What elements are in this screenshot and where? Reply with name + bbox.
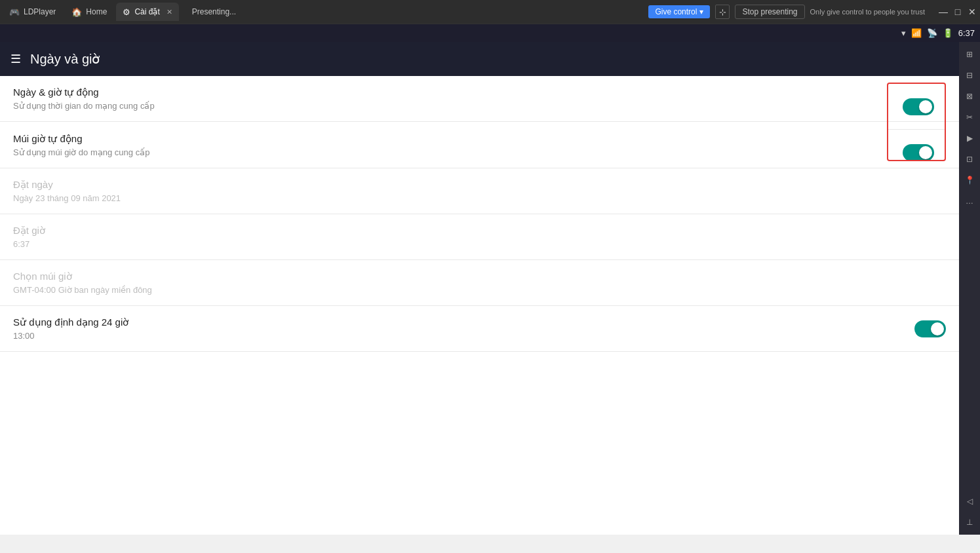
give-control-button[interactable]: Give control ▾: [648, 5, 710, 18]
auto-datetime-toggle[interactable]: [903, 98, 934, 115]
maximize-button[interactable]: □: [952, 7, 963, 17]
right-icon-crop[interactable]: ✂: [961, 109, 978, 126]
use-24h-row[interactable]: Sử dụng định dạng 24 giờ 13:00: [0, 306, 959, 352]
close-window-button[interactable]: ✕: [967, 7, 977, 17]
presenting-text: Presenting...: [192, 7, 236, 16]
right-icon-more[interactable]: …: [961, 193, 978, 210]
tab-settings[interactable]: ⚙ Cài đặt ✕: [116, 3, 178, 21]
auto-datetime-info: Ngày & giờ tự động Sử dụng thời gian do …: [13, 86, 946, 111]
set-time-title: Đặt giờ: [13, 225, 946, 237]
auto-datetime-subtitle: Sử dụng thời gian do mạng cung cấp: [13, 101, 946, 111]
browser-tabs-bar: 🎮 LDPlayer 🏠 Home ⚙ Cài đặt ✕ Presenting…: [0, 0, 980, 24]
auto-timezone-subtitle: Sử dụng múi giờ do mạng cung cấp: [13, 147, 946, 157]
set-time-row[interactable]: Đặt giờ 6:37: [0, 214, 959, 260]
control-hint: Only give control to people you trust: [810, 8, 925, 16]
system-clock: 6:37: [958, 28, 975, 38]
auto-timezone-info: Múi giờ tự động Sử dụng múi giờ do mạng …: [13, 133, 946, 157]
settings-list: Ngày & giờ tự động Sử dụng thời gian do …: [0, 76, 959, 535]
right-icon-aspect[interactable]: ⊟: [961, 67, 978, 84]
signal-off-icon: 📡: [927, 28, 937, 38]
right-icon-play[interactable]: ▶: [961, 130, 978, 147]
auto-timezone-toggle-row: [888, 130, 945, 161]
auto-timezone-toggle[interactable]: [903, 144, 934, 161]
select-timezone-title: Chọn múi giờ: [13, 271, 946, 282]
select-timezone-row[interactable]: Chọn múi giờ GMT-04:00 Giờ ban ngày miền…: [0, 260, 959, 306]
battery-icon: 🔋: [943, 28, 953, 38]
toggle-highlight-box: [887, 83, 946, 161]
app-header: ☰ Ngày và giờ: [0, 42, 959, 76]
right-panel: ⊞ ⊟ ⊠ ✂ ▶ ⊡ 📍 … ◁ ⊥: [959, 42, 980, 535]
use-24h-toggle[interactable]: [914, 320, 946, 337]
stop-presenting-button[interactable]: Stop presenting: [735, 5, 804, 19]
select-timezone-info: Chọn múi giờ GMT-04:00 Giờ ban ngày miền…: [13, 271, 946, 295]
set-date-row[interactable]: Đặt ngày Ngày 23 tháng 09 năm 2021: [0, 168, 959, 214]
toggle-knob-2: [919, 146, 932, 159]
home-icon: 🏠: [71, 7, 82, 17]
hamburger-menu-icon[interactable]: ☰: [10, 52, 21, 66]
select-timezone-subtitle: GMT-04:00 Giờ ban ngày miền đông: [13, 285, 946, 295]
highlight-inner: [888, 84, 945, 161]
set-time-subtitle: 6:37: [13, 239, 946, 249]
tab-ldplayer[interactable]: 🎮 LDPlayer: [3, 3, 62, 21]
use-24h-info: Sử dụng định dạng 24 giờ 13:00: [13, 316, 914, 341]
give-control-chevron: ▾: [699, 7, 703, 16]
tab-settings-label: Cài đặt: [134, 7, 159, 16]
minimize-button[interactable]: —: [938, 7, 949, 17]
page-title: Ngày và giờ: [30, 51, 100, 67]
tab-close-icon[interactable]: ✕: [167, 8, 172, 16]
right-icon-expand[interactable]: ⊠: [961, 88, 978, 105]
network-icon: 📶: [911, 28, 922, 38]
tab-home[interactable]: 🏠 Home: [65, 3, 113, 21]
window-controls: — □ ✕: [938, 7, 977, 17]
right-icon-location[interactable]: 📍: [961, 172, 978, 189]
toggle-knob-24h: [931, 322, 944, 335]
set-time-info: Đặt giờ 6:37: [13, 225, 946, 249]
right-icon-display[interactable]: ⊡: [961, 151, 978, 168]
auto-datetime-toggle-row: [888, 84, 945, 130]
set-date-info: Đặt ngày Ngày 23 tháng 09 năm 2021: [13, 179, 946, 203]
toggle-knob-1: [919, 100, 932, 113]
settings-tab-icon: ⚙: [123, 7, 130, 17]
set-date-title: Đặt ngày: [13, 179, 946, 191]
right-icon-grid[interactable]: ⊞: [961, 46, 978, 63]
auto-timezone-title: Múi giờ tự động: [13, 133, 946, 145]
right-icon-back-arrow[interactable]: ◁: [961, 493, 978, 510]
cursor-icon[interactable]: ⊹: [715, 5, 730, 19]
system-bar: ▾ 📶 📡 🔋 6:37: [0, 24, 980, 42]
tab-home-label: Home: [86, 7, 107, 16]
set-date-subtitle: Ngày 23 tháng 09 năm 2021: [13, 193, 946, 203]
ldplayer-icon: 🎮: [9, 7, 20, 17]
auto-datetime-title: Ngày & giờ tự động: [13, 86, 946, 98]
wifi-icon: ▾: [901, 28, 906, 38]
right-icon-bottom[interactable]: ⊥: [961, 514, 978, 531]
tab-ldplayer-label: LDPlayer: [24, 7, 56, 16]
give-control-label: Give control: [655, 7, 697, 16]
app-container: ☰ Ngày và giờ Ngày & giờ tự động Sử dụng…: [0, 42, 980, 535]
use-24h-title: Sử dụng định dạng 24 giờ: [13, 316, 914, 328]
use-24h-subtitle: 13:00: [13, 331, 914, 341]
